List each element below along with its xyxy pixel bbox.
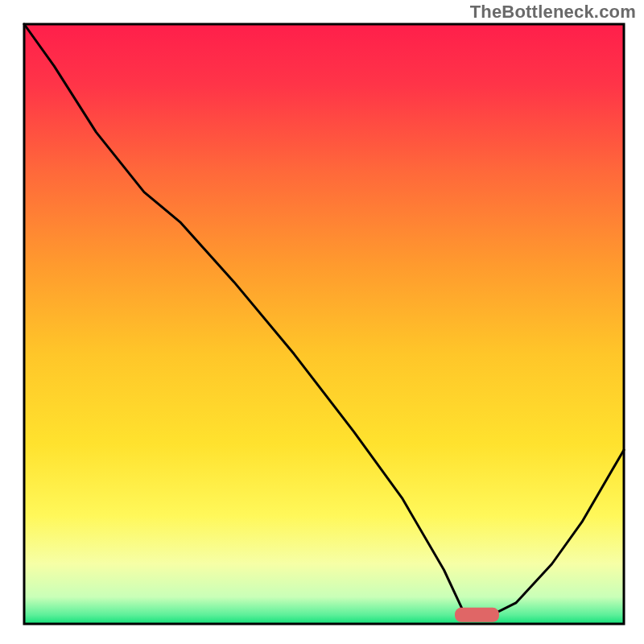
- bottleneck-chart: [0, 0, 644, 644]
- optimum-marker: [455, 608, 499, 622]
- plot-background: [24, 24, 624, 624]
